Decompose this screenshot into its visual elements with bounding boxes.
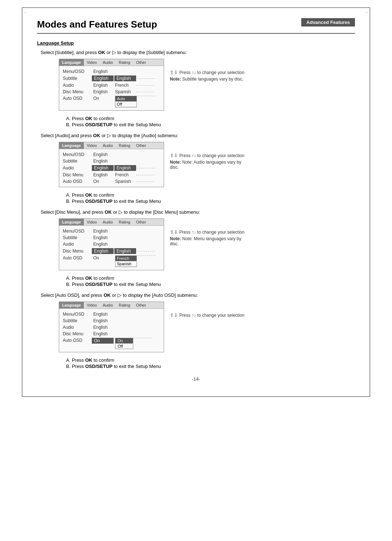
dropdown-discmenu-3[interactable]: French Spanish — [115, 255, 137, 267]
submenu1-box: Language Video Audio Rating Other Menu/O… — [59, 59, 164, 111]
menu-row-menuosd-3: Menu/OSD English — [59, 228, 164, 234]
menu-row-autoosd-2: Auto OSD On Spanish — [59, 178, 164, 185]
dropdown-item-spanish-3: Spanish — [115, 261, 136, 267]
dropdown-autoosd-1[interactable]: Auto Off — [115, 96, 137, 107]
menu-row-discmenu-4: Disc Menu English — [59, 331, 164, 337]
dropdown-item-off1: Off — [115, 102, 136, 107]
menu-row-audio-4: Audio English — [59, 324, 164, 331]
submenu2-box: Language Video Audio Rating Other Menu/O… — [59, 142, 164, 187]
submenu3-steps: A. Press OK to confirm B. Press OSD/SETU… — [66, 275, 355, 287]
submenu3-instruction: Select [Disc Menu], and press OK or ▷ to… — [41, 209, 355, 215]
tab-audio-3[interactable]: Audio — [100, 219, 116, 225]
submenu1-container: Language Video Audio Rating Other Menu/O… — [59, 59, 355, 111]
menu-row-audio-2: Audio English English — [59, 164, 164, 172]
tab-other-1[interactable]: Other — [133, 59, 149, 66]
submenu1-tabs: Language Video Audio Rating Other — [59, 59, 164, 66]
tab-rating-2[interactable]: Rating — [116, 142, 133, 149]
menu-row-autoosd-4: Auto OSD On On Off — [59, 337, 164, 350]
submenu3-sidenote: ⇧⇩ Press ↑↓ to change your selection Not… — [170, 218, 250, 246]
tab-audio-1[interactable]: Audio — [100, 59, 116, 66]
submenu3-tabs: Language Video Audio Rating Other — [59, 219, 164, 226]
main-page: ⌐ ¬ Modes and Features Setup Advanced Fe… — [22, 7, 370, 397]
dropdown-item-french-3: French — [115, 256, 136, 261]
dropdown-item-on-4: On — [115, 338, 133, 344]
submenu4-container: Language Video Audio Rating Other Menu/O… — [59, 302, 355, 352]
tab-other-2[interactable]: Other — [133, 142, 149, 149]
submenu4-steps: A. Press OK to confirm B. Press OSD/SETU… — [66, 357, 355, 369]
tab-video-3[interactable]: Video — [84, 219, 100, 225]
tab-rating-3[interactable]: Rating — [116, 219, 133, 225]
submenu1-instruction: Select [Subtitle], and press OK or ▷ to … — [41, 49, 355, 55]
menu-row-autoosd-1: Auto OSD On Auto Off — [59, 95, 164, 108]
submenu4-tabs: Language Video Audio Rating Other — [59, 302, 164, 309]
menu-row-audio-1: Audio English French — [59, 82, 164, 89]
menu-row-menuosd-1: Menu/OSD English — [59, 68, 164, 75]
menu-row-subtitle-4: Subtitle English — [59, 317, 164, 324]
advanced-features-badge: Advanced Features — [301, 18, 355, 26]
updown-arrow-icon-4: ⇧⇩ — [170, 312, 178, 318]
submenu2-steps: A. Press OK to confirm B. Press OSD/SETU… — [66, 192, 355, 204]
submenu2-container: Language Video Audio Rating Other Menu/O… — [59, 142, 355, 187]
menu-row-menuosd-2: Menu/OSD English — [59, 151, 164, 158]
submenu2-sidenote: ⇧⇩ Press ↑↓ to change your selection Not… — [170, 142, 250, 170]
submenu2-tabs: Language Video Audio Rating Other — [59, 142, 164, 149]
tab-language-3[interactable]: Language — [59, 219, 84, 225]
tab-video-2[interactable]: Video — [84, 142, 100, 149]
submenu3-box: Language Video Audio Rating Other Menu/O… — [59, 218, 164, 270]
dropdown-autoosd-4[interactable]: On Off — [115, 338, 133, 349]
corner-decoration-tr: ¬ — [365, 10, 367, 14]
dropdown-item-auto: Auto — [115, 96, 136, 102]
menu-row-audio-3: Audio English — [59, 241, 164, 247]
dropdown-item-off-4: Off — [115, 344, 133, 349]
menu-row-discmenu-1: Disc Menu English Spanish — [59, 89, 164, 95]
tab-language-2[interactable]: Language — [59, 142, 84, 149]
tab-rating-4[interactable]: Rating — [116, 302, 133, 308]
submenu3-note-arrow: Press ↑↓ to change your selection — [179, 230, 244, 235]
submenu4-sidenote: ⇧⇩ Press ↑↓ to change your selection — [170, 302, 244, 319]
tab-video-4[interactable]: Video — [84, 302, 100, 308]
tab-other-3[interactable]: Other — [133, 219, 149, 225]
submenu1-steps: A. Press OK to confirm B. Press OSD/SETU… — [66, 116, 355, 127]
submenu1-note-text: Subtitle languages vary by disc. — [182, 77, 244, 82]
submenu3-container: Language Video Audio Rating Other Menu/O… — [59, 218, 355, 270]
corner-decoration-tl: ⌐ — [25, 10, 27, 14]
menu-row-subtitle-2: Subtitle English — [59, 158, 164, 164]
menu-row-discmenu-2: Disc Menu English French — [59, 172, 164, 178]
menu-row-autoosd-3: Auto OSD On French Spanish — [59, 255, 164, 268]
menu-row-subtitle-1: Subtitle English English — [59, 75, 164, 82]
updown-arrow-icon-3: ⇧⇩ — [170, 229, 178, 235]
submenu2-note-arrow: Press ↑↓ to change your selection — [179, 153, 244, 158]
tab-audio-2[interactable]: Audio — [100, 142, 116, 149]
page-number: -14- — [37, 376, 355, 382]
submenu2-instruction: Select [Audio],and press OK or ▷ to disp… — [41, 132, 355, 138]
tab-language-4[interactable]: Language — [59, 302, 84, 308]
tab-rating-1[interactable]: Rating — [116, 59, 133, 66]
top-divider — [37, 33, 355, 34]
section-heading: Language Setup — [37, 40, 355, 46]
menu-row-subtitle-3: Subtitle English — [59, 234, 164, 241]
tab-language-1[interactable]: Language — [59, 59, 84, 66]
submenu1-note-arrow: Press ↑↓ to change your selection — [179, 70, 244, 75]
submenu1-sidenote: ⇧⇩ Press ↑↓ to change your selection Not… — [170, 59, 244, 82]
menu-row-discmenu-3: Disc Menu English English — [59, 247, 164, 255]
submenu4-instruction: Select [Auto OSD], and press OK or ▷ to … — [41, 292, 355, 298]
tab-other-4[interactable]: Other — [133, 302, 149, 308]
tab-audio-4[interactable]: Audio — [100, 302, 116, 308]
updown-arrow-icon-1: ⇧⇩ — [170, 70, 178, 75]
tab-video-1[interactable]: Video — [84, 59, 100, 66]
menu-row-menuosd-4: Menu/OSD English — [59, 311, 164, 317]
updown-arrow-icon-2: ⇧⇩ — [170, 153, 178, 158]
submenu4-note-arrow: Press ↑↓ to change your selection — [179, 313, 244, 318]
submenu4-box: Language Video Audio Rating Other Menu/O… — [59, 302, 164, 352]
